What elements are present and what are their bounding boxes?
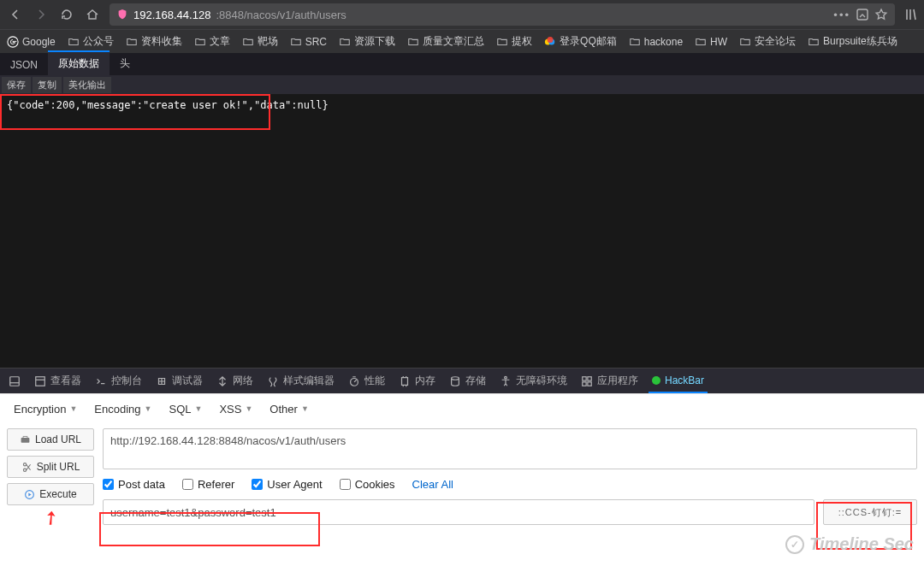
bookmark-item[interactable]: hackone [629, 36, 683, 48]
load-url-button[interactable]: Load URL [7, 428, 94, 451]
execute-button[interactable]: Execute [7, 483, 94, 505]
annotation-box [99, 512, 320, 546]
tab-debugger[interactable]: 调试器 [152, 368, 206, 393]
tab-memory[interactable]: 内存 [395, 368, 439, 393]
forward-button[interactable] [29, 3, 53, 27]
menu-xss[interactable]: XSS▼ [219, 403, 252, 416]
caret-down-icon: ▼ [195, 404, 203, 413]
bookmarks-bar: Google 公众号 资料收集 文章 靶场 SRC 资源下载 质量文章汇总 提权… [0, 29, 924, 53]
folder-icon [808, 36, 820, 48]
split-url-button[interactable]: Split URL [7, 456, 94, 478]
caret-down-icon: ▼ [69, 404, 77, 413]
save-action[interactable]: 保存 [2, 77, 31, 93]
url-bar[interactable]: 192.168.44.128:8848/nacos/v1/auth/users … [110, 3, 895, 26]
menu-encoding[interactable]: Encoding▼ [94, 403, 151, 416]
svg-rect-13 [583, 381, 586, 385]
tab-accessibility[interactable]: 无障碍环境 [496, 368, 571, 393]
bookmark-star-icon[interactable] [874, 8, 888, 21]
folder-icon [339, 36, 351, 48]
folder-icon [68, 36, 80, 48]
bookmark-google[interactable]: Google [7, 36, 56, 48]
check-cookies[interactable]: Cookies [340, 478, 395, 491]
reader-icon[interactable] [856, 8, 869, 21]
svg-point-9 [452, 376, 459, 380]
back-button[interactable] [3, 3, 27, 27]
tab-raw-data[interactable]: 原始数据 [48, 50, 110, 75]
svg-rect-12 [588, 376, 591, 380]
bookmark-item[interactable]: 安全论坛 [739, 34, 796, 49]
annotation-box [0, 94, 270, 130]
svg-point-16 [23, 463, 26, 465]
split-icon [21, 462, 33, 473]
svg-rect-11 [583, 376, 586, 380]
svg-rect-14 [588, 381, 591, 385]
tab-inspector[interactable]: 查看器 [31, 368, 85, 393]
tab-application[interactable]: 应用程序 [578, 368, 642, 393]
svg-rect-8 [402, 377, 408, 385]
bookmark-qq[interactable]: 登录QQ邮箱 [544, 34, 617, 49]
caret-down-icon: ▼ [301, 404, 309, 413]
hackbar-actions: Load URL Split URL Execute ➚ [7, 428, 94, 566]
bookmark-item[interactable]: 靶场 [242, 34, 278, 49]
hackbar-menu-bar: Encryption▼ Encoding▼ SQL▼ XSS▼ Other▼ [0, 394, 924, 423]
svg-point-7 [351, 378, 358, 386]
json-viewer-tabs: JSON 原始数据 头 [0, 53, 924, 75]
menu-other[interactable]: Other▼ [270, 403, 308, 416]
tab-console[interactable]: 控制台 [92, 368, 145, 393]
bookmark-item[interactable]: 资料收集 [126, 34, 182, 49]
tab-network[interactable]: 网络 [213, 368, 257, 393]
more-icon[interactable]: ••• [833, 9, 850, 21]
beautify-action[interactable]: 美化输出 [63, 77, 111, 93]
devtools-tabs: 查看器 控制台 调试器 网络 样式编辑器 性能 内存 存储 无障碍环境 应用程序… [0, 368, 924, 393]
folder-icon [194, 36, 206, 48]
library-button[interactable] [902, 8, 921, 21]
bookmark-item[interactable]: 公众号 [68, 34, 114, 49]
check-post-data[interactable]: Post data [103, 478, 165, 491]
menu-encryption[interactable]: Encryption▼ [14, 403, 77, 416]
devtools-dock-icon[interactable] [5, 368, 24, 393]
options-row: Post data Referer User Agent Cookies Cle… [103, 478, 917, 491]
check-user-agent[interactable]: User Agent [252, 478, 322, 491]
home-button[interactable] [80, 3, 104, 27]
tab-headers[interactable]: 头 [110, 51, 140, 75]
bookmark-item[interactable]: 提权 [496, 34, 532, 49]
svg-rect-5 [10, 376, 20, 386]
tab-json[interactable]: JSON [0, 54, 48, 75]
hackbar-panel: Encryption▼ Encoding▼ SQL▼ XSS▼ Other▼ L… [0, 393, 924, 566]
folder-icon [739, 36, 751, 48]
tab-performance[interactable]: 性能 [345, 368, 388, 393]
svg-rect-6 [36, 376, 45, 386]
qq-icon [544, 36, 556, 48]
svg-point-4 [548, 36, 554, 42]
caret-down-icon: ▼ [245, 404, 252, 413]
tab-storage[interactable]: 存储 [446, 368, 489, 393]
json-viewer-actions: 保存 复制 美化输出 [0, 75, 924, 94]
bookmark-item[interactable]: 资源下载 [339, 34, 395, 49]
svg-rect-15 [21, 438, 30, 443]
tab-style-editor[interactable]: 样式编辑器 [264, 368, 338, 393]
tab-hackbar[interactable]: HackBar [649, 368, 708, 393]
folder-icon [407, 36, 419, 48]
reload-button[interactable] [55, 3, 79, 27]
bookmark-item[interactable]: SRC [290, 36, 327, 48]
clear-all-link[interactable]: Clear All [412, 478, 453, 491]
folder-icon [629, 36, 641, 48]
copy-action[interactable]: 复制 [33, 77, 62, 93]
menu-sql[interactable]: SQL▼ [169, 403, 202, 416]
browser-nav-bar: 192.168.44.128:8848/nacos/v1/auth/users … [0, 0, 924, 29]
annotation-arrow: ➚ [38, 504, 64, 531]
svg-point-10 [505, 376, 507, 379]
svg-point-17 [23, 469, 26, 471]
hackbar-icon [652, 376, 660, 385]
play-icon [24, 489, 35, 500]
google-icon [7, 36, 19, 48]
url-input[interactable]: http://192.168.44.128:8848/nacos/v1/auth… [103, 428, 917, 469]
check-referer[interactable]: Referer [182, 478, 234, 491]
bookmark-item[interactable]: 文章 [194, 34, 230, 49]
bookmark-item[interactable]: HW [695, 36, 727, 48]
bookmark-item[interactable]: Burpsuite练兵场 [808, 34, 897, 49]
folder-icon [290, 36, 302, 48]
bookmark-item[interactable]: 质量文章汇总 [407, 34, 484, 49]
load-icon [20, 434, 31, 445]
folder-icon [695, 36, 707, 48]
